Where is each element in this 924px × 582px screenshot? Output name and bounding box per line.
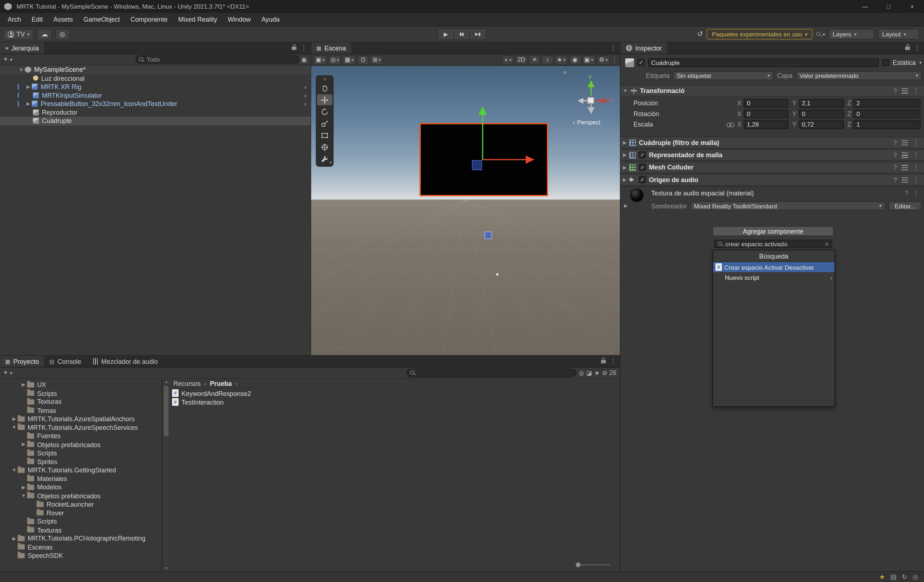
menu-assets[interactable]: Assets	[48, 16, 78, 23]
tree-item-temas[interactable]: Temas	[0, 406, 162, 415]
snap-increment-button[interactable]: ⊞▾	[370, 55, 383, 64]
gizmo-xy-plane-handle[interactable]	[472, 160, 482, 170]
close-button[interactable]: ×	[901, 0, 924, 13]
tree-item-rocketlauncher[interactable]: RocketLauncher	[0, 500, 162, 509]
panel-menu-icon[interactable]: ⋮	[914, 44, 921, 51]
component-menu-icon[interactable]: ⋮	[913, 87, 919, 94]
step-button[interactable]: ▶▮	[470, 29, 486, 39]
console-status-icon[interactable]: ▤	[891, 573, 897, 580]
active-checkbox[interactable]: ✓	[637, 59, 645, 66]
tree-item-azure-speech-services[interactable]: ▼MRTK.Tutorials.AzureSpeechServices	[0, 423, 162, 432]
foldout-closed-icon[interactable]: ▶	[623, 152, 626, 158]
snap-button[interactable]: Ω	[357, 55, 369, 64]
move-tool-button[interactable]	[317, 94, 332, 105]
chevron-down-icon[interactable]: ▾	[919, 60, 922, 65]
panel-menu-icon[interactable]: ⋮	[300, 44, 307, 51]
scrollbar-thumb[interactable]	[164, 386, 168, 436]
gizmo-center-cube[interactable]	[587, 97, 594, 104]
pause-button[interactable]: ▮▮	[454, 29, 470, 39]
asset-keywordandresponse2[interactable]: KeywordAndResponse2	[170, 389, 620, 397]
help-icon[interactable]: ?	[894, 164, 897, 171]
favorites-icon[interactable]: ★	[594, 370, 600, 376]
scroll-up-icon[interactable]: ▲	[163, 380, 170, 383]
rotation-y-field[interactable]	[799, 109, 843, 118]
add-component-button[interactable]: Agregar componente	[713, 226, 834, 236]
tree-item-objetos-prefabricados[interactable]: ▶Objetos prefabricados	[0, 440, 162, 449]
search-result-nuevo-script[interactable]: Nuevo script ›	[713, 272, 834, 282]
static-checkbox[interactable]	[882, 59, 889, 66]
visibility-button[interactable]: ◉	[569, 55, 581, 64]
component-menu-icon[interactable]: ⋮	[913, 139, 919, 146]
rotate-tool-button[interactable]	[317, 106, 332, 117]
draw-mode-button[interactable]: ◐▾	[502, 55, 514, 64]
rotation-x-field[interactable]	[744, 109, 789, 118]
position-z-field[interactable]	[854, 99, 921, 107]
breadcrumb-root[interactable]: Recursos	[173, 380, 201, 387]
overlay-handle-icon[interactable]: ≡	[563, 70, 566, 76]
scene-viewport[interactable]: ≡ ≡	[311, 66, 620, 355]
tree-item-ux[interactable]: ▶UX	[0, 380, 162, 389]
tab-audio-mixer[interactable]: Mezclador de audio	[87, 356, 163, 367]
overlay-drag-handle[interactable]: ≡	[323, 77, 326, 82]
shader-dropdown[interactable]: Mixed Reality Toolkit/Standard ▾	[690, 202, 885, 210]
account-button[interactable]: TV ▾	[3, 28, 33, 39]
label-filter-icon[interactable]: ◪	[586, 370, 592, 376]
play-button[interactable]: ▶	[438, 29, 454, 39]
hierarchy-item-mrtk-input-simulator[interactable]: MRTKInputSimulator ›	[0, 91, 311, 100]
preset-icon[interactable]	[902, 165, 908, 170]
position-y-field[interactable]	[799, 99, 843, 107]
gameobject-name-field[interactable]	[648, 58, 879, 67]
layout-dropdown[interactable]: Layout ▾	[878, 29, 919, 39]
custom-tool-button[interactable]: ▾	[317, 153, 332, 164]
position-x-field[interactable]	[744, 99, 789, 107]
transform-component-header[interactable]: ▼ Transformació ? ⋮	[620, 85, 924, 97]
foldout-closed-icon[interactable]: ▶	[623, 177, 626, 182]
gizmo-x-axis-arrowhead[interactable]	[526, 155, 535, 164]
tree-item-holographic-remoting[interactable]: ▶MRTK.Tutorials.PCHolographicRemoting	[0, 534, 162, 543]
minus-y-axis-cone[interactable]	[587, 107, 595, 114]
breadcrumb-current[interactable]: Prueba	[210, 380, 232, 387]
help-icon[interactable]: ?	[894, 139, 897, 146]
audio-source-component-header[interactable]: ▶ ✓ Origen de audio ? ⋮	[620, 174, 924, 186]
chevron-down-icon[interactable]: ▾	[10, 370, 13, 376]
tree-item-scripts3[interactable]: Scripts	[0, 517, 162, 526]
open-prefab-icon[interactable]: ›	[304, 100, 306, 107]
hierarchy-search[interactable]	[135, 56, 299, 64]
menu-window[interactable]: Window	[222, 16, 256, 23]
scale-y-field[interactable]	[799, 120, 843, 128]
foldout-open-icon[interactable]: ▼	[623, 88, 627, 94]
tree-item-modelos[interactable]: ▶Modelos	[0, 483, 162, 492]
hidden-count-badge[interactable]: ⊘ 26	[602, 369, 616, 376]
services-button[interactable]: ◎	[56, 28, 69, 39]
mesh-filter-component-header[interactable]: ▶ Cuádruple (filtro de malla) ? ⋮	[620, 136, 924, 148]
foldout-open-icon[interactable]: ▼	[18, 67, 25, 72]
tab-scene[interactable]: ▦ Escena	[311, 43, 351, 54]
gameobject-type-icon[interactable]	[625, 58, 634, 67]
foldout-closed-icon[interactable]: ▶	[20, 382, 27, 388]
foldout-closed-icon[interactable]: ▶	[623, 165, 626, 170]
add-gameobject-button[interactable]: +	[3, 56, 8, 64]
scale-x-field[interactable]	[744, 120, 789, 128]
component-menu-icon[interactable]: ⋮	[913, 151, 919, 159]
material-menu-icon[interactable]: ⋮	[913, 189, 919, 197]
tool-handle-position-button[interactable]: ▣▾	[314, 55, 327, 64]
foldout-closed-icon[interactable]: ▶	[25, 101, 32, 107]
tab-hierarchy[interactable]: ≡ Jerarquía	[0, 43, 44, 54]
tab-inspector[interactable]: i Inspector	[620, 43, 667, 54]
scale-tool-button[interactable]	[317, 118, 332, 129]
menu-arch[interactable]: Arch	[3, 16, 26, 23]
lock-icon[interactable]	[905, 46, 910, 50]
rect-tool-button[interactable]	[317, 130, 332, 141]
tab-console[interactable]: ▤ Console	[44, 356, 86, 367]
foldout-open-icon[interactable]: ▼	[10, 425, 18, 430]
minimize-button[interactable]: —	[853, 0, 877, 13]
foldout-open-icon[interactable]: ▼	[10, 467, 18, 473]
hand-tool-button[interactable]	[317, 82, 332, 94]
background-activity-icon[interactable]: ★	[879, 573, 885, 580]
tree-item-texturas2[interactable]: Texturas	[0, 526, 162, 534]
tree-item-sprites[interactable]: Sprites	[0, 457, 162, 466]
foldout-closed-icon[interactable]: ▶	[20, 442, 27, 447]
foldout-closed-icon[interactable]: ▶	[20, 485, 27, 490]
component-search-input[interactable]	[726, 240, 823, 247]
open-prefab-icon[interactable]: ›	[304, 83, 306, 90]
